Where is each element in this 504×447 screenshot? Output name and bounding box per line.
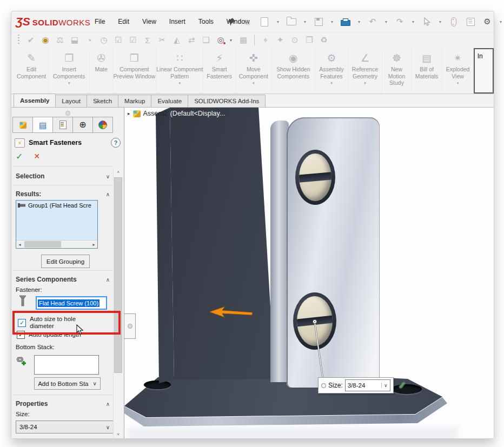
menu-view[interactable]: View	[136, 16, 163, 28]
save-icon[interactable]	[313, 15, 324, 28]
assembly-timer-icon[interactable]: ◷	[98, 34, 109, 46]
callout-size-dropdown[interactable]: 3/8-24 ∨	[345, 379, 390, 391]
help-button[interactable]: ?	[111, 138, 121, 148]
table-icon[interactable]: ▦	[238, 34, 249, 46]
document-compare-icon[interactable]: ❏	[201, 34, 211, 46]
mate-button[interactable]: ✇ Mate	[90, 48, 112, 94]
reload-icon[interactable]: ♻	[319, 34, 329, 46]
section-properties-icon[interactable]: ⬓	[69, 34, 80, 46]
measure-icon[interactable]: ◉	[40, 34, 51, 46]
exploded-view-button[interactable]: ✴ Exploded View ▾	[442, 48, 473, 94]
move-component-button[interactable]: ✜ Move Component ▾	[236, 48, 272, 94]
properties-section-header[interactable]: Properties ∧	[16, 399, 110, 409]
options-gear-icon[interactable]: ⚙	[481, 15, 493, 28]
sensor-icon[interactable]: ◎	[215, 34, 226, 46]
panel-scroll-down-arrow[interactable]: ˅	[114, 430, 123, 438]
dimxpert-manager-tab[interactable]: ⊕	[73, 117, 93, 132]
home-icon[interactable]: ⌂	[242, 15, 254, 28]
edit-component-button[interactable]: ✎ Edit Component	[15, 48, 49, 94]
graphics-viewport[interactable]: ▸ Assem2 (Default<Display... Size: 3/8-2…	[124, 108, 494, 438]
series-components-header[interactable]: Series Components ∧	[16, 275, 110, 284]
series-components-chevron[interactable]: ∧	[106, 277, 110, 283]
redo-icon[interactable]: ↷	[394, 15, 406, 28]
task-pane-icon[interactable]	[465, 15, 476, 28]
scroll-left-arrow[interactable]: ◂	[16, 242, 23, 247]
print-dropdown-caret[interactable]: ▾	[356, 19, 362, 24]
cancel-button[interactable]: ✕	[34, 152, 40, 161]
scroll-track[interactable]	[23, 241, 90, 248]
bottom-stack-listbox[interactable]	[34, 355, 99, 375]
new-document-dropdown-caret[interactable]: ▾	[275, 19, 281, 24]
linear-component-pattern-caret[interactable]: ▾	[178, 81, 181, 85]
panel-scroll-up-arrow[interactable]: ˄	[114, 168, 123, 176]
menu-insert[interactable]: Insert	[163, 16, 192, 28]
redo-dropdown-caret[interactable]: ▾	[410, 19, 416, 24]
exploded-view-caret[interactable]: ▾	[457, 81, 459, 85]
tab-evaluate[interactable]: Evaluate	[151, 95, 188, 107]
check-active-document-icon[interactable]: ☑	[113, 34, 124, 46]
panel-splitter-handle[interactable]	[65, 111, 70, 116]
properties-chevron[interactable]: ∧	[106, 401, 110, 407]
copy-settings-icon[interactable]: ❐	[304, 34, 315, 46]
results-horizontal-scrollbar[interactable]: ◂ ▸	[16, 240, 97, 248]
magnified-selection-icon[interactable]: ⌖	[260, 34, 271, 46]
selection-collapse-chevron[interactable]: ∨	[106, 174, 110, 179]
results-section-header[interactable]: Results: ∧	[16, 189, 110, 199]
verification-icon[interactable]: ⊙	[289, 34, 300, 46]
property-manager-tab[interactable]: ▤	[33, 117, 53, 132]
equations-icon[interactable]: Σ	[142, 34, 153, 46]
feature-manager-tab[interactable]	[13, 117, 33, 132]
panel-vertical-scrollbar[interactable]: ˄ ˅	[113, 168, 123, 438]
scroll-right-arrow[interactable]: ▸	[90, 242, 97, 247]
save-dropdown-caret[interactable]: ▾	[329, 19, 335, 24]
assembly-features-button[interactable]: ⚙ Assembly Features ▾	[315, 48, 348, 94]
display-manager-tab[interactable]	[93, 117, 112, 132]
undo-icon[interactable]: ↶	[367, 15, 379, 28]
scroll-thumb[interactable]	[24, 241, 61, 248]
auto-size-checkbox[interactable]: ✓	[18, 319, 26, 327]
undo-dropdown-caret[interactable]: ▾	[383, 19, 389, 24]
reference-geometry-button[interactable]: ∠ Reference Geometry ▾	[348, 48, 382, 94]
tab-assembly[interactable]: Assembly	[14, 94, 56, 107]
assembly-configuration[interactable]: (Default<Display...	[170, 110, 226, 117]
bill-of-materials-button[interactable]: ▤ Bill of Materials	[412, 48, 442, 94]
configuration-manager-tab[interactable]	[53, 117, 73, 132]
select-dropdown-caret[interactable]: ▾	[437, 19, 443, 24]
new-motion-study-button[interactable]: ☸ New Motion Study	[382, 48, 412, 94]
performance-evaluation-icon[interactable]: ◔	[84, 34, 95, 46]
pin-menu-icon[interactable]	[227, 17, 236, 26]
component-preview-window-button[interactable]: ❒ Component Preview Window	[113, 48, 156, 94]
reference-geometry-caret[interactable]: ▾	[364, 81, 366, 85]
flat-head-screw-top[interactable]	[295, 150, 335, 205]
print-icon[interactable]	[340, 15, 352, 28]
assembly-features-caret[interactable]: ▾	[330, 81, 333, 85]
magnet-toggle-icon[interactable]	[448, 15, 460, 28]
model-bracket-side-face[interactable]	[270, 121, 289, 382]
insert-components-button[interactable]: ❐ Insert Components ▾	[49, 48, 90, 94]
selection-section-header[interactable]: Selection ∨	[16, 171, 110, 181]
draft-analysis-icon[interactable]: ◭	[171, 34, 182, 46]
results-collapse-chevron[interactable]: ∧	[106, 191, 110, 197]
open-icon[interactable]	[286, 15, 297, 28]
results-listbox[interactable]: Group1 (Flat Head Scre ◂ ▸	[16, 200, 98, 249]
edit-grouping-button[interactable]: Edit Grouping	[41, 255, 90, 268]
design-checker-icon[interactable]: ☑	[128, 34, 138, 46]
add-to-bottom-stack-button[interactable]: Add to Bottom Sta ∨	[34, 377, 101, 390]
menu-file[interactable]: File	[88, 16, 111, 28]
tab-markup[interactable]: Markup	[118, 95, 151, 107]
insert-components-caret[interactable]: ▾	[68, 81, 70, 85]
ribbon-overflow-button[interactable]: In	[474, 48, 494, 94]
assembly-name[interactable]: Assem2	[143, 110, 168, 117]
menu-edit[interactable]: Edit	[111, 16, 136, 28]
smart-fasteners-button[interactable]: ⚡ Smart Fasteners	[203, 48, 235, 94]
options-dropdown-caret[interactable]: ▾	[498, 19, 503, 24]
size-dropdown[interactable]: 3/8-24 ∨	[16, 421, 114, 433]
interference-detection-icon[interactable]: ✂	[157, 34, 168, 46]
tab-solidworks-add-ins[interactable]: SOLIDWORKS Add-Ins	[188, 95, 266, 107]
ok-button[interactable]: ✓	[16, 151, 23, 162]
menu-tools[interactable]: Tools	[192, 16, 220, 28]
compare-icon[interactable]: ⇄	[186, 34, 197, 46]
tab-sketch[interactable]: Sketch	[87, 95, 118, 107]
flat-head-screw-bottom[interactable]	[293, 292, 336, 350]
tab-layout[interactable]: Layout	[55, 95, 87, 107]
